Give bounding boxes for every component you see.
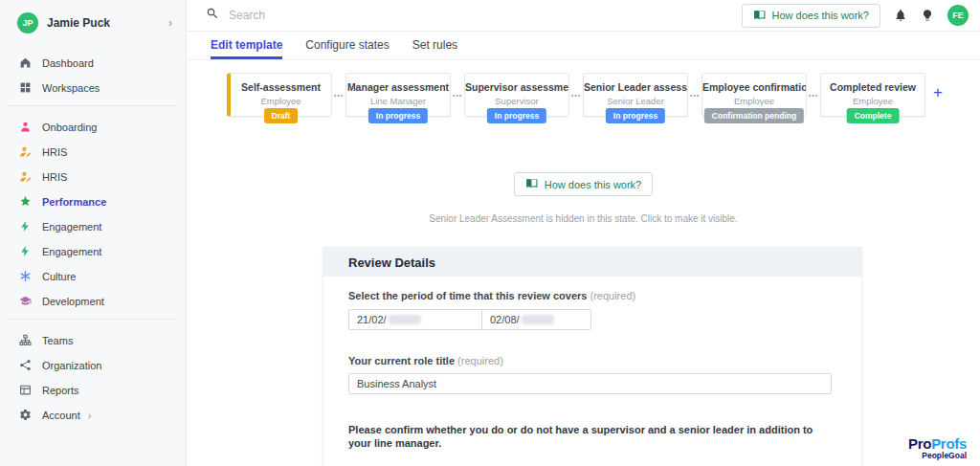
redacted-year xyxy=(389,315,421,324)
sidebar-item-teams[interactable]: Teams xyxy=(0,331,186,349)
status-badge: In progress xyxy=(606,108,665,123)
tab-configure-states[interactable]: Configure states xyxy=(305,32,389,59)
gear-icon xyxy=(18,408,33,422)
lightning-icon xyxy=(18,219,33,233)
how-does-this-work-button[interactable]: How does this work? xyxy=(742,4,881,28)
user-menu[interactable]: JP Jamie Puck › xyxy=(0,11,186,34)
chevron-right-icon: › xyxy=(168,17,172,29)
asterisk-icon xyxy=(18,269,33,283)
sidebar-item-reports[interactable]: Reports xyxy=(0,381,186,399)
sidebar-item-account[interactable]: Account › xyxy=(0,406,186,424)
sidebar-divider xyxy=(8,105,178,106)
app-window: JP Jamie Puck › Dashboard Workspaces Onb… xyxy=(0,0,980,466)
sitemap-icon xyxy=(18,333,33,347)
main-area: How does this work? FE Edit template Con… xyxy=(187,0,980,466)
stage-card-employee-confirmation[interactable]: Employee confirmation Employee Confirmat… xyxy=(702,73,807,117)
person-edit-icon xyxy=(18,169,33,184)
home-icon xyxy=(18,55,33,70)
role-field-label: Your current role title (required) xyxy=(348,355,836,366)
tab-bar: Edit template Configure states Set rules xyxy=(187,32,980,60)
review-details-panel: Review Details Select the period of time… xyxy=(323,247,862,466)
status-badge: Confirmation pending xyxy=(704,108,804,123)
panel-header: Review Details xyxy=(323,248,861,277)
network-icon xyxy=(18,358,33,372)
stage-transition-menu[interactable]: ••• xyxy=(688,92,702,99)
table-icon xyxy=(18,383,33,397)
sidebar-item-dashboard[interactable]: Dashboard xyxy=(0,54,186,72)
hidden-state-note[interactable]: Senior Leader Assessment is hidden in th… xyxy=(187,213,980,224)
notifications-bell-icon[interactable] xyxy=(894,9,907,22)
sidebar-item-organization[interactable]: Organization xyxy=(0,356,186,374)
onboarding-icon xyxy=(18,120,33,134)
redacted-year xyxy=(522,315,554,324)
workflow-stage-row: Self-assessment Employee Draft ••• Manag… xyxy=(187,73,980,132)
sidebar: JP Jamie Puck › Dashboard Workspaces Onb… xyxy=(0,0,187,466)
proprofs-peoplegoal-logo: ProProfs PeopleGoal xyxy=(908,436,967,460)
template-canvas: Self-assessment Employee Draft ••• Manag… xyxy=(187,60,980,466)
book-icon xyxy=(753,9,766,23)
period-field-label: Select the period of time that this revi… xyxy=(348,290,836,301)
chevron-right-icon: › xyxy=(88,410,92,421)
search-icon xyxy=(206,7,219,24)
lightning-icon xyxy=(18,244,33,258)
stage-card-senior-leader-assessment[interactable]: Senior Leader assess... Senior Leader In… xyxy=(583,73,688,117)
status-badge: Complete xyxy=(847,108,900,123)
user-name: Jamie Puck xyxy=(47,16,168,30)
stage-transition-menu[interactable]: ••• xyxy=(332,92,345,99)
confirm-instruction-1: Please confirm whether you do or do not … xyxy=(348,423,836,451)
role-title-input[interactable] xyxy=(348,373,832,394)
stage-transition-menu[interactable]: ••• xyxy=(451,92,464,99)
stage-card-manager-assessment[interactable]: Manager assessment Line Manager In progr… xyxy=(345,73,451,117)
sidebar-item-hris-2[interactable]: HRIS xyxy=(0,167,186,186)
date-to-input[interactable]: 02/08/ xyxy=(481,309,591,330)
sidebar-item-onboarding[interactable]: Onboarding xyxy=(0,118,186,136)
book-icon xyxy=(525,177,538,191)
status-badge: In progress xyxy=(487,108,546,123)
sidebar-item-culture[interactable]: Culture xyxy=(0,267,186,285)
date-from-input[interactable]: 21/02/ xyxy=(348,309,482,330)
avatar: JP xyxy=(17,12,38,33)
sidebar-item-engagement-1[interactable]: Engagement xyxy=(0,217,186,235)
stage-card-completed-review[interactable]: Completed review Employee Complete xyxy=(820,73,925,117)
lightbulb-icon[interactable] xyxy=(921,9,934,22)
person-edit-icon xyxy=(18,144,33,159)
status-badge: In progress xyxy=(368,108,428,123)
graduation-cap-icon xyxy=(18,294,33,308)
panel-title: Review Details xyxy=(348,255,435,270)
stage-transition-menu[interactable]: ••• xyxy=(569,92,583,99)
search-input[interactable] xyxy=(229,9,516,22)
tab-set-rules[interactable]: Set rules xyxy=(412,32,457,59)
sidebar-divider xyxy=(8,319,178,320)
add-stage-button[interactable]: + xyxy=(933,84,943,100)
stage-transition-menu[interactable]: ••• xyxy=(807,92,820,99)
topbar: How does this work? FE xyxy=(187,0,980,32)
sidebar-item-performance[interactable]: Performance xyxy=(0,192,186,211)
sidebar-item-engagement-2[interactable]: Engagement xyxy=(0,242,186,260)
sidebar-item-workspaces[interactable]: Workspaces xyxy=(0,78,186,97)
how-does-this-work-button[interactable]: How does this work? xyxy=(514,172,654,196)
sidebar-item-development[interactable]: Development xyxy=(0,292,186,310)
stage-card-supervisor-assessment[interactable]: Supervisor assessment Supervisor In prog… xyxy=(464,73,569,117)
status-badge: Draft xyxy=(264,108,299,123)
star-icon xyxy=(18,194,33,209)
tab-edit-template[interactable]: Edit template xyxy=(211,32,282,59)
grid-icon xyxy=(18,80,33,95)
stage-card-self-assessment[interactable]: Self-assessment Employee Draft xyxy=(227,73,332,117)
sidebar-item-hris-1[interactable]: HRIS xyxy=(0,143,186,161)
avatar[interactable]: FE xyxy=(947,5,969,26)
